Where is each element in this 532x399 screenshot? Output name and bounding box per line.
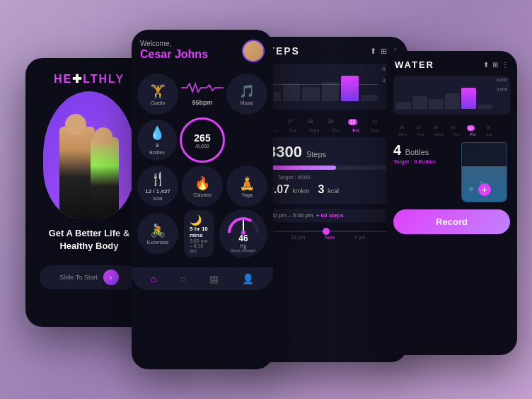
water-main-content: 4 Bottles Target : 8 Bottles + <box>386 139 517 205</box>
hero-figures <box>47 105 132 219</box>
steps-value: 265 <box>194 132 210 144</box>
steps-delta: + 60 steps <box>316 212 344 219</box>
sleep-card[interactable]: 🌙 5 hr 10 mins 3:00 am – 8:10 am <box>184 210 214 258</box>
wbar-2 <box>412 96 427 109</box>
water-bottles-count: 4 Bottles <box>393 142 461 158</box>
wbar-3 <box>429 99 444 109</box>
nav-calendar[interactable]: ▦ <box>209 273 219 284</box>
screen-dashboard: Welcome, Cesar Johns 🏋️ Cardio 95bpm <box>132 30 273 369</box>
wbar-6 <box>478 105 492 109</box>
water-glass: + <box>461 142 507 202</box>
steps-info-box: 3300 Steps 🏃 Target : 6000 0.07 kmkm 3 k… <box>260 137 399 204</box>
steps-target: 🏃 Target : 6000 <box>267 174 392 180</box>
yoga-card[interactable]: 🧘 Yoga <box>226 166 267 207</box>
screen-steps: STEPS ⬆ ⊞ ⋮ 6,000 3,000 <box>252 37 407 362</box>
water-day-labels: Mon Tue Wed Thu Fri Sat <box>386 132 504 139</box>
tl-12pm: 12 pm <box>291 235 305 240</box>
grid-icon[interactable]: ⊞ <box>381 47 387 56</box>
water-chart-mid: 3,000 <box>497 87 507 91</box>
bottom-nav: ⌂ ○ ▦ 👤 <box>132 267 273 290</box>
add-water-button[interactable]: + <box>478 183 491 196</box>
weight-unit: Kg <box>241 243 247 248</box>
steps-header: STEPS ⬆ ⊞ ⋮ <box>252 37 407 61</box>
day-wed: Wed <box>309 128 319 133</box>
share-icon[interactable]: ⬆ <box>370 47 376 56</box>
water-grid-icon[interactable]: ⊞ <box>492 61 498 69</box>
cardio-icon: 🏋️ <box>150 83 166 99</box>
date-27: 27 <box>288 119 294 125</box>
steps-circle[interactable]: 265 /6,000 <box>180 117 225 163</box>
weight-label: Body Weight <box>231 248 255 253</box>
wdate-28: 28 <box>433 125 438 131</box>
excersies-icon: 🚴 <box>150 223 166 238</box>
record-button[interactable]: Record <box>393 209 510 234</box>
time-badge: 4:30 pm – 5:00 pm + 60 steps <box>260 209 399 222</box>
nav-home[interactable]: ⌂ <box>151 273 156 284</box>
row-4: 🚴 Excersies 🌙 5 hr 10 mins 3:00 am – 8:1… <box>137 209 267 258</box>
record-label: Record <box>436 216 468 227</box>
wday-fri: Fri <box>470 132 476 137</box>
wdate-27: 27 <box>416 125 421 131</box>
yoga-label: Yoga <box>241 192 253 197</box>
steps-count-row: 3300 Steps <box>267 143 392 161</box>
nav-profile[interactable]: 👤 <box>242 273 254 284</box>
timeline: 6 am 12 pm Now 6 pm 12 am <box>252 226 407 243</box>
weight-card[interactable]: 46 Kg Body Weight <box>219 209 267 258</box>
water-chart-max: 6,000 <box>497 78 507 82</box>
steps-progress <box>267 166 392 170</box>
bottles-label: Bottles <box>149 150 164 155</box>
user-greeting: Welcome, Cesar Johns <box>140 40 208 61</box>
screens-container: HE✚LTHLY Get A Better Life & Healthy Bod… <box>11 16 521 383</box>
sleep-time: 3:00 am – 8:10 am <box>190 238 208 253</box>
wday-tue: Tue <box>417 132 424 137</box>
calories-card[interactable]: 🔥 Calories <box>182 166 223 207</box>
cardio-label: Cardio <box>151 100 166 105</box>
wdate-26: 26 <box>400 125 405 131</box>
bottles-value: 3 <box>156 142 158 149</box>
excersies-label: Excersies <box>147 240 168 245</box>
cardio-card[interactable]: 🏋️ Cardio <box>137 74 178 115</box>
bar-6 <box>361 95 378 101</box>
sleep-value: 5 hr 10 mins <box>190 226 208 238</box>
bottles-card[interactable]: 💧 3 Bottles <box>137 120 177 161</box>
timeline-dot <box>323 228 330 235</box>
water-title: WATER <box>395 59 434 70</box>
water-share-icon[interactable]: ⬆ <box>483 61 489 69</box>
dashboard-body: 🏋️ Cardio 95bpm 🎵 Music <box>132 68 273 263</box>
tl-now: Now <box>325 235 335 240</box>
welcome-text: Welcome, <box>140 40 208 47</box>
weight-value: 46 <box>238 233 248 243</box>
km-unit: km <box>293 187 301 195</box>
calories-unit: kcal <box>154 196 162 201</box>
timeline-labels: 6 am 12 pm Now 6 pm 12 am <box>260 235 399 240</box>
steps-progress-fill <box>267 166 336 170</box>
wday-sat: Sat <box>486 132 492 137</box>
heartbeat-area: 95bpm <box>181 81 224 108</box>
km-kcal-row: 0.07 kmkm 3 kcal <box>267 180 392 199</box>
bar-2 <box>283 83 301 101</box>
timeline-line <box>260 231 399 232</box>
bubble-1 <box>469 187 473 191</box>
row-1: 🏋️ Cardio 95bpm 🎵 Music <box>137 74 267 115</box>
row-2: 💧 3 Bottles 265 /6,000 <box>137 117 267 163</box>
steps-goal: /6,000 <box>195 144 209 149</box>
day-labels: Mon Tue Wed Thu Fri Sat <box>252 128 393 134</box>
slide-to-start[interactable]: Slide To Start › <box>40 265 139 289</box>
water-more-icon[interactable]: ⋮ <box>502 61 509 69</box>
slide-button[interactable]: › <box>103 270 119 285</box>
excersies-card[interactable]: 🚴 Excersies <box>137 213 178 254</box>
kcal-info: 3 kcal <box>318 183 339 196</box>
wbar-4 <box>445 93 460 109</box>
calories-label: Calories <box>193 192 212 197</box>
water-chart: 6,000 3,000 <box>393 76 510 115</box>
avatar[interactable] <box>242 40 265 62</box>
wday-wed: Wed <box>434 132 443 137</box>
diet-card[interactable]: 🍴 12 / 1,427 kcal <box>137 166 178 207</box>
wday-thu: Thu <box>453 132 460 137</box>
music-card[interactable]: 🎵 Music <box>226 74 267 115</box>
kcal-unit: kcal <box>328 187 339 195</box>
day-fri: Fri <box>352 128 359 133</box>
wdate-30: 30 <box>467 125 475 131</box>
nav-activity[interactable]: ○ <box>180 273 185 284</box>
logo-accent: ✚ <box>72 73 83 85</box>
